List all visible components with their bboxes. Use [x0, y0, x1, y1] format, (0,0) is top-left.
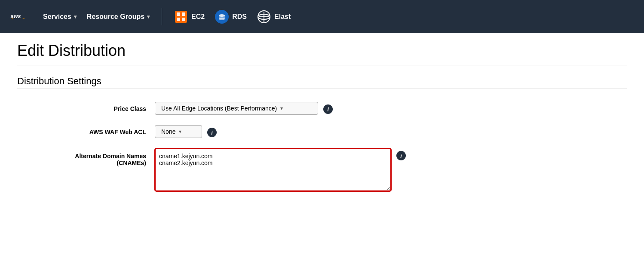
resource-groups-chevron-icon: ▾ — [147, 14, 150, 20]
aws-logo-svg: aws — [7, 15, 29, 18]
rds-label: RDS — [232, 13, 247, 21]
cnames-label: Alternate Domain Names (CNAMEs) — [17, 148, 146, 166]
ec2-label: EC2 — [191, 13, 205, 21]
aws-logo[interactable]: aws — [7, 15, 29, 18]
svg-text:aws: aws — [11, 15, 21, 18]
svg-rect-4 — [177, 18, 180, 21]
rds-nav-item[interactable]: RDS — [215, 10, 247, 24]
svg-point-8 — [219, 18, 225, 20]
cnames-textarea[interactable]: cname1.kejyun.com cname2.kejyun.com — [155, 148, 391, 191]
nav-divider — [162, 8, 162, 25]
resource-groups-label: Resource Groups — [87, 13, 144, 21]
page-divider — [17, 65, 627, 65]
svg-rect-2 — [177, 12, 180, 16]
waf-chevron-icon: ▾ — [179, 129, 181, 135]
svg-rect-3 — [182, 12, 185, 16]
svg-rect-5 — [182, 18, 185, 21]
price-class-row: Price Class Use All Edge Locations (Best… — [17, 102, 627, 115]
price-class-info-icon[interactable]: i — [323, 104, 333, 114]
waf-control-wrap: None ▾ i — [155, 125, 627, 138]
elast-nav-item[interactable]: Elast — [257, 10, 291, 24]
cnames-control-wrap: cname1.kejyun.com cname2.kejyun.com i — [155, 148, 627, 191]
elast-label: Elast — [274, 13, 291, 21]
ec2-nav-item[interactable]: EC2 — [174, 10, 205, 24]
cnames-row: Alternate Domain Names (CNAMEs) cname1.k… — [17, 148, 627, 191]
waf-value: None — [161, 128, 175, 135]
cnames-info-icon[interactable]: i — [396, 151, 406, 160]
section-divider — [17, 89, 627, 89]
price-class-dropdown[interactable]: Use All Edge Locations (Best Performance… — [155, 102, 318, 115]
section-title: Distribution Settings — [17, 76, 627, 87]
elast-icon — [257, 10, 271, 24]
price-class-value: Use All Edge Locations (Best Performance… — [161, 105, 277, 112]
main-content: Edit Distribution Distribution Settings … — [0, 33, 644, 210]
services-chevron-icon: ▾ — [74, 14, 77, 20]
price-class-chevron-icon: ▾ — [280, 105, 283, 111]
page-title: Edit Distribution — [17, 42, 627, 60]
waf-info-icon[interactable]: i — [207, 128, 217, 137]
navbar: aws Services ▾ Resource Groups ▾ EC2 — [0, 0, 644, 33]
price-class-label: Price Class — [17, 102, 146, 112]
waf-label: AWS WAF Web ACL — [17, 125, 146, 135]
svg-rect-1 — [175, 11, 187, 23]
services-label: Services — [43, 13, 71, 21]
resource-groups-nav-item[interactable]: Resource Groups ▾ — [87, 13, 150, 21]
waf-dropdown[interactable]: None ▾ — [155, 125, 202, 138]
rds-icon — [215, 10, 229, 24]
price-class-control-wrap: Use All Edge Locations (Best Performance… — [155, 102, 627, 115]
ec2-icon — [174, 10, 188, 24]
services-nav-item[interactable]: Services ▾ — [43, 13, 77, 21]
waf-row: AWS WAF Web ACL None ▾ i — [17, 125, 627, 138]
